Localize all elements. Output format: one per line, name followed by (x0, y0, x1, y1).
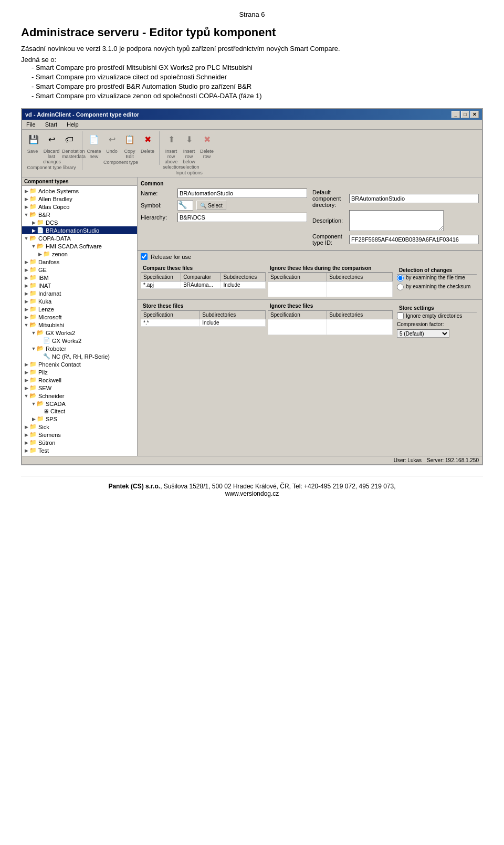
toggle-rockwell[interactable]: ▶ (23, 377, 29, 383)
delete-button[interactable]: ✖ (139, 131, 156, 148)
toggle-copa[interactable]: ▼ (23, 235, 29, 242)
toggle-allen[interactable]: ▶ (23, 196, 29, 202)
toggle-indramat[interactable]: ▶ (23, 290, 29, 297)
minimize-button[interactable]: _ (452, 111, 460, 118)
tree-item-volkswagen[interactable]: ▶ 📁 Volkswagen (22, 454, 137, 456)
tree-item-microsoft[interactable]: ▶ 📁 Microsoft (22, 313, 137, 321)
maximize-button[interactable]: □ (461, 111, 469, 118)
tree-item-adobe[interactable]: ▶ 📁 Adobe Systems (22, 187, 137, 195)
toggle-zenon[interactable]: ▶ (37, 251, 43, 257)
tree-item-copa[interactable]: ▼ 📂 COPA-DATA (22, 234, 137, 242)
toggle-roboter[interactable]: ▼ (30, 346, 37, 352)
dir-input[interactable] (349, 194, 479, 203)
toggle-dcs[interactable]: ▶ (30, 220, 37, 226)
tree-item-nc[interactable]: 🔧 NC (R\, RH, RP-Serie) (22, 352, 137, 360)
tree-item-sew[interactable]: ▶ 📁 SEW (22, 384, 137, 392)
toggle-gxworks2[interactable]: ▼ (30, 330, 37, 336)
tree-item-test[interactable]: ▶ 📁 Test (22, 446, 137, 454)
tree-item-citect[interactable]: 🖥 Citect (22, 408, 137, 415)
tree-item-sps[interactable]: ▶ 📁 SPS (22, 415, 137, 423)
toggle-atlas[interactable]: ▶ (23, 204, 29, 210)
undo-button[interactable]: ↩ (103, 131, 120, 148)
toggle-test[interactable]: ▶ (23, 447, 29, 454)
tree-item-roboter[interactable]: ▼ 📂 Roboter (22, 345, 137, 352)
toggle-volkswagen[interactable]: ▶ (23, 455, 29, 456)
toggle-adobe[interactable]: ▶ (23, 188, 29, 194)
toggle-microsoft[interactable]: ▶ (23, 314, 29, 320)
name-input[interactable] (177, 189, 307, 198)
select-symbol-button[interactable]: 🔍 Select (196, 201, 226, 210)
toggle-mitsubishi[interactable]: ▼ (23, 322, 29, 328)
menu-file[interactable]: File (24, 121, 38, 128)
table-row[interactable]: *.apj BRAutoma... Include (141, 281, 266, 289)
tree-item-schneider[interactable]: ▼ 📂 Schneider (22, 392, 137, 400)
tree-item-allen[interactable]: ▶ 📁 Allen Bradley (22, 195, 137, 203)
insert-above-button[interactable]: ⬆ (163, 131, 180, 148)
toggle-kuka[interactable]: ▶ (23, 298, 29, 305)
tree-item-sutron[interactable]: ▶ 📁 Sütron (22, 439, 137, 446)
delete-row-button[interactable]: ✖ (198, 131, 215, 148)
close-button[interactable]: ✕ (470, 111, 479, 118)
toggle-siemens[interactable]: ▶ (23, 432, 29, 438)
table-row[interactable]: *.* Include (141, 319, 266, 327)
toggle-scada[interactable]: ▼ (30, 401, 37, 407)
tree-item-kuka[interactable]: ▶ 📁 Kuka (22, 297, 137, 305)
toggle-hmi[interactable]: ▼ (30, 243, 37, 249)
toggle-bnr[interactable]: ▼ (23, 212, 29, 218)
tree-item-danfoss[interactable]: ▶ 📁 Danfoss (22, 258, 137, 266)
tree-item-ge[interactable]: ▶ 📁 GE (22, 266, 137, 274)
typeid-input[interactable] (349, 235, 479, 244)
tree-item-gxworks2[interactable]: ▼ 📂 GX Works2 (22, 329, 137, 337)
release-checkbox[interactable] (141, 253, 148, 260)
comp-cell: BRAutoma... (181, 281, 221, 289)
radio-file-time[interactable] (397, 275, 404, 281)
tree-item-atlas[interactable]: ▶ 📁 Atlas Copco (22, 203, 137, 211)
hierarchy-input[interactable] (177, 213, 307, 222)
tree-item-rockwell[interactable]: ▶ 📁 Rockwell (22, 376, 137, 384)
tree-item-siemens[interactable]: ▶ 📁 Siemens (22, 431, 137, 439)
tree-item-phoenix[interactable]: ▶ 📁 Phoenix Contact (22, 360, 137, 368)
tree-item-dcs[interactable]: ▶ 📁 DCS (22, 218, 137, 226)
toggle-gxworks2-sub[interactable] (37, 338, 43, 344)
tree-item-sick[interactable]: ▶ 📁 Sick (22, 423, 137, 431)
toggle-ge[interactable]: ▶ (23, 267, 29, 273)
tree-item-scada[interactable]: ▼ 📂 SCADA (22, 400, 137, 408)
tree-item-hmi[interactable]: ▼ 📂 HMI SCADA Software (22, 242, 137, 250)
discard-button[interactable]: ↩ (43, 131, 60, 148)
toggle-sutron[interactable]: ▶ (23, 440, 29, 446)
toggle-schneider[interactable]: ▼ (23, 393, 29, 399)
radio-checksum[interactable] (397, 284, 404, 290)
comp-factor-select[interactable]: 5 (Default) (397, 329, 449, 338)
ignore-empty-checkbox[interactable] (397, 312, 404, 319)
toggle-lenze[interactable]: ▶ (23, 306, 29, 312)
tree-item-pilz[interactable]: ▶ 📁 Pilz (22, 368, 137, 376)
tree-item-ibm[interactable]: ▶ 📁 IBM (22, 274, 137, 281)
tree-item-indramat[interactable]: ▶ 📁 Indramat (22, 289, 137, 297)
toggle-nc[interactable] (37, 353, 43, 360)
denotation-button[interactable]: 🏷 (61, 131, 78, 148)
menu-help[interactable]: Help (65, 121, 81, 128)
toggle-inat[interactable]: ▶ (23, 283, 29, 289)
save-button[interactable]: 💾 (25, 131, 42, 148)
toggle-citect[interactable] (37, 408, 43, 414)
tree-item-mitsubishi[interactable]: ▼ 📂 Mitsubishi (22, 321, 137, 329)
desc-input[interactable] (349, 210, 444, 231)
tree-item-lenze[interactable]: ▶ 📁 Lenze (22, 305, 137, 313)
toggle-sew[interactable]: ▶ (23, 385, 29, 391)
menu-start[interactable]: Start (43, 121, 59, 128)
copy-edit-button[interactable]: 📋 (121, 131, 138, 148)
toggle-sick[interactable]: ▶ (23, 424, 29, 430)
tree-item-zenon[interactable]: ▶ 📁 zenon (22, 250, 137, 258)
tree-item-inat[interactable]: ▶ 📁 INAT (22, 281, 137, 289)
toggle-pilz[interactable]: ▶ (23, 369, 29, 375)
insert-below-button[interactable]: ⬇ (181, 131, 197, 148)
toggle-phoenix[interactable]: ▶ (23, 361, 29, 368)
toggle-danfoss[interactable]: ▶ (23, 259, 29, 265)
create-new-button[interactable]: 📄 (86, 131, 102, 148)
tree-item-brautomation[interactable]: ▶ 📄 BRAutomationStudio (22, 226, 137, 234)
tree-item-gxworks2-sub[interactable]: 📄 GX Works2 (22, 337, 137, 345)
toggle-ibm[interactable]: ▶ (23, 275, 29, 281)
tree-item-bnr[interactable]: ▼ 📂 B&R (22, 211, 137, 218)
toggle-brautomation[interactable]: ▶ (30, 227, 37, 234)
toggle-sps[interactable]: ▶ (30, 416, 37, 422)
